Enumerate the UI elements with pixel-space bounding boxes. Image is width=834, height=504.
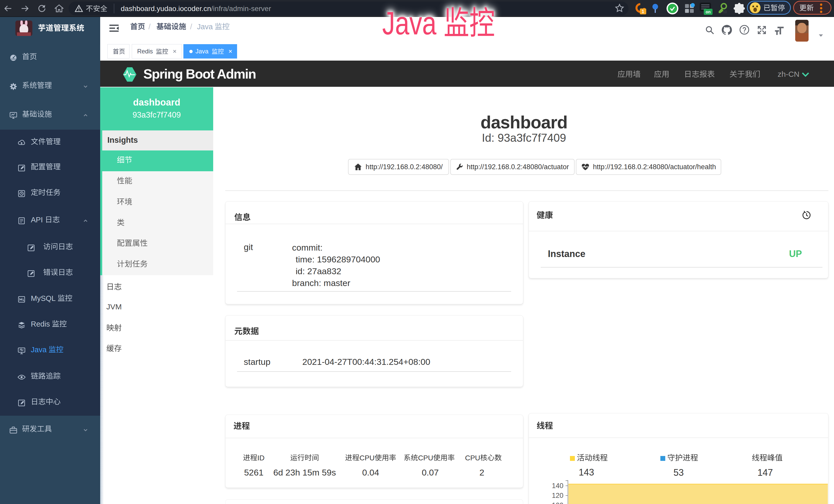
svg-text:on: on <box>706 10 711 14</box>
svg-text:1: 1 <box>642 9 644 14</box>
